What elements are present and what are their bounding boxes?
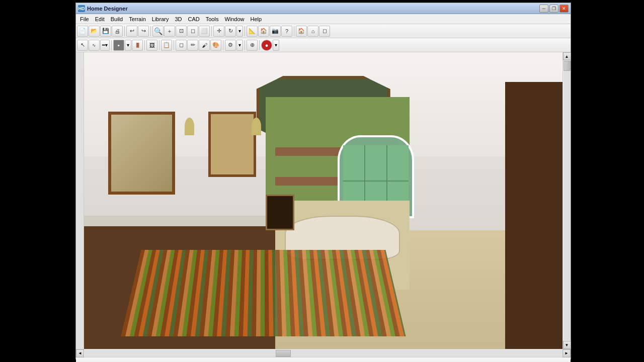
separator12: [259, 40, 260, 50]
separator6: [111, 40, 112, 50]
left-panel: [76, 52, 84, 349]
menu-library[interactable]: Library: [149, 15, 172, 23]
toolbar2-image[interactable]: 🖼: [146, 40, 157, 51]
toolbar2-select2[interactable]: ◻: [176, 40, 187, 51]
toolbar2-curve[interactable]: ∿: [89, 40, 100, 51]
toolbar2-settings-dropdown[interactable]: ▾: [236, 40, 243, 51]
separator5: [294, 26, 294, 36]
menu-file[interactable]: File: [77, 15, 92, 23]
toolbar2-origin[interactable]: ⊕: [247, 40, 258, 51]
title-bar: HD Home Designer ─ ❐ ✕: [76, 3, 571, 14]
toolbar-new[interactable]: 📄: [77, 26, 88, 37]
scroll-track-horizontal[interactable]: [85, 350, 562, 357]
main-area: ▲ ▼: [76, 52, 571, 349]
separator8: [159, 40, 159, 50]
toolbar2-settings[interactable]: ⚙: [225, 40, 236, 51]
scroll-thumb-vertical[interactable]: [564, 61, 571, 71]
scroll-left-arrow[interactable]: ◄: [76, 349, 84, 357]
menu-edit[interactable]: Edit: [92, 15, 108, 23]
toolbar2-paint[interactable]: 🖌: [199, 40, 210, 51]
fireplace: [266, 195, 294, 230]
app-window: HD Home Designer ─ ❐ ✕ File Edit Build T…: [75, 3, 571, 359]
scroll-up-arrow[interactable]: ▲: [563, 52, 571, 60]
title-left: HD Home Designer: [78, 5, 128, 12]
menu-tools[interactable]: Tools: [203, 15, 222, 23]
toolbar-redo[interactable]: ↪: [138, 26, 149, 37]
menu-cad[interactable]: CAD: [185, 15, 202, 23]
toolbar-save[interactable]: 💾: [100, 26, 111, 37]
vertical-scrollbar[interactable]: ▲ ▼: [562, 52, 571, 349]
app-icon: HD: [78, 5, 85, 12]
toolbar1: 📄 📂 💾 🖨 ↩ ↪ 🔍 + ⊡ ◻ ⬜ ✛ ↻ ▾ 📐 🏠 📷 ? 🏠 ⌂ …: [76, 24, 571, 38]
toolbar2: ↖ ∿ ━▾ ▪ ▾ 🚪 🖼 📋 ◻ ✏ 🖌 🎨 ⚙ ▾ ⊕ ● ▾: [76, 38, 571, 52]
toolbar2-paste[interactable]: 📋: [161, 40, 172, 51]
scroll-thumb-horizontal[interactable]: [276, 350, 291, 357]
horizontal-scrollbar[interactable]: ◄ ►: [76, 349, 571, 357]
window-pane-1: [343, 145, 364, 180]
area-rug: [121, 250, 406, 336]
mirror-left: [108, 112, 175, 195]
toolbar-open[interactable]: 📂: [89, 26, 100, 37]
separator3: [211, 26, 212, 36]
wall-sconce-right: [252, 118, 261, 135]
toolbar2-record-dropdown[interactable]: ▾: [273, 40, 279, 51]
app-title: Home Designer: [87, 6, 128, 12]
toolbar2-line-dropdown[interactable]: ━▾: [100, 40, 110, 51]
vanity-countertop: [84, 216, 275, 226]
toolbar2-door[interactable]: 🚪: [132, 40, 143, 51]
toolbar-help[interactable]: ?: [281, 26, 292, 37]
scroll-right-arrow[interactable]: ►: [562, 349, 571, 357]
toolbar-orbit[interactable]: ↻: [225, 26, 236, 37]
toolbar-zoom-select[interactable]: ◻: [187, 26, 198, 37]
room-view: [84, 52, 562, 349]
toolbar-view-dropdown[interactable]: ▾: [236, 26, 243, 37]
window-pane-2: [365, 145, 386, 180]
app-icon-text: HD: [78, 6, 85, 11]
right-cabinet: [505, 82, 562, 349]
separator10: [223, 40, 223, 50]
toolbar-house1[interactable]: 🏠: [296, 26, 307, 37]
toolbar2-edit[interactable]: ✏: [187, 40, 198, 51]
status-bar: [76, 357, 571, 362]
separator11: [245, 40, 245, 50]
menu-terrain[interactable]: Terrain: [126, 15, 149, 23]
toolbar2-wall-dropdown[interactable]: ▾: [125, 40, 131, 51]
toolbar2-record[interactable]: ●: [261, 40, 272, 51]
separator7: [144, 40, 145, 50]
toolbar2-select[interactable]: ↖: [77, 40, 88, 51]
toolbar-zoom-all[interactable]: ⬜: [199, 26, 210, 37]
separator1: [124, 26, 125, 36]
title-controls: ─ ❐ ✕: [539, 5, 569, 13]
close-button[interactable]: ✕: [559, 5, 569, 13]
canvas-area[interactable]: [84, 52, 562, 349]
toolbar-zoom-in[interactable]: +: [164, 26, 175, 37]
toolbar-print[interactable]: 🖨: [112, 26, 123, 37]
menu-3d[interactable]: 3D: [172, 15, 185, 23]
toolbar-measure[interactable]: 📐: [247, 26, 258, 37]
toolbar2-wall[interactable]: ▪: [113, 40, 124, 51]
separator9: [174, 40, 174, 50]
window-pane-3: [387, 145, 409, 180]
minimize-button[interactable]: ─: [539, 5, 548, 13]
separator2: [150, 26, 151, 36]
toolbar-house2[interactable]: ⌂: [307, 26, 318, 37]
toolbar-undo[interactable]: ↩: [126, 26, 137, 37]
separator4: [245, 26, 245, 36]
mirror-right: [208, 112, 256, 177]
toolbar-camera[interactable]: 📷: [270, 26, 281, 37]
toolbar-zoom-out[interactable]: 🔍: [152, 26, 164, 37]
scroll-track-vertical[interactable]: [564, 61, 571, 340]
toolbar-zoom-fit[interactable]: ⊡: [176, 26, 187, 37]
mirror-reflection-left: [111, 115, 172, 192]
restore-button[interactable]: ❐: [549, 5, 558, 13]
menu-window[interactable]: Window: [221, 15, 247, 23]
wall-sconce-left: [185, 118, 194, 135]
toolbar-home[interactable]: 🏠: [258, 26, 269, 37]
scroll-down-arrow[interactable]: ▼: [563, 341, 571, 349]
menu-help[interactable]: Help: [248, 15, 265, 23]
menu-bar: File Edit Build Terrain Library 3D CAD T…: [76, 14, 571, 24]
toolbar2-color[interactable]: 🎨: [210, 40, 221, 51]
toolbar-extra[interactable]: ◻: [319, 26, 330, 37]
menu-build[interactable]: Build: [108, 15, 126, 23]
toolbar-pan[interactable]: ✛: [213, 26, 224, 37]
